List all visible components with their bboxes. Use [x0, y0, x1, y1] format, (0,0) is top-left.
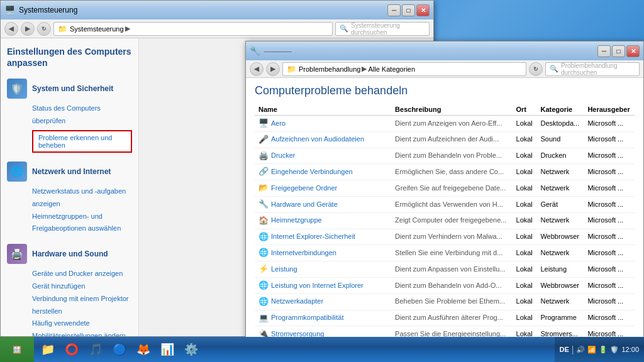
hardware-section-header[interactable]: 🖨️ Hardware und Sound — [7, 244, 132, 264]
network-section-header[interactable]: 🌐 Netzwerk und Internet — [7, 162, 132, 182]
taskbar-clock[interactable]: 12:00 — [621, 345, 639, 354]
item-name-cell: 🔧 Hardware und Geräte — [255, 196, 391, 212]
problems-breadcrumb2[interactable]: Alle Kategorien — [368, 65, 415, 73]
refresh-button[interactable]: ↻ — [37, 22, 51, 36]
taskbar-icon-settings[interactable]: ⚙️ — [180, 338, 203, 361]
hardware-link-3[interactable]: Verbindung mit einem Projektor herstelle… — [32, 293, 132, 318]
taskbar-icon-speaker[interactable]: 🔊 — [576, 346, 585, 354]
hardware-section: 🖨️ Hardware und Sound Geräte und Drucker… — [7, 244, 132, 336]
problems-maximize-button[interactable]: □ — [612, 45, 625, 57]
taskbar-icon-security[interactable]: 🛡️ — [610, 346, 619, 354]
item-name-cell: 🎤 Aufzeichnen von Audiodateien — [255, 131, 391, 148]
main-search-box[interactable]: 🔍 Systemsteuerung durchsuchen — [335, 22, 430, 36]
network-link-2[interactable]: Heimnetzgruppen- und Freigabeoptionen au… — [32, 211, 132, 236]
problems-minimize-button[interactable]: ─ — [597, 45, 611, 57]
problems-search-box[interactable]: 🔍 Problembehandlung durchsuchen — [545, 62, 640, 76]
item-name-link[interactable]: 🌐 Internet Explorer-Sicherheit — [258, 231, 387, 244]
back-button[interactable]: ◀ — [4, 22, 18, 36]
item-name-link[interactable]: 🌐 Internetverbindungen — [258, 246, 387, 260]
item-desc: Ermöglichen Sie, dass andere Co... — [391, 164, 512, 180]
problems-address-bar[interactable]: 📁 Problembehandlung ▶ Alle Kategorien — [282, 62, 526, 76]
item-ort: Lokal — [513, 196, 537, 212]
start-button[interactable]: 🪟 — [0, 337, 34, 362]
main-window-icon: 🖥️ — [4, 5, 15, 15]
hardware-section-links: Geräte und Drucker anzeigen Gerät hinzuf… — [7, 268, 132, 336]
table-row: 💻 Programmkompatibilität Dient zum Ausfü… — [255, 310, 635, 326]
item-name-link[interactable]: 🔧 Hardware und Geräte — [258, 198, 387, 211]
problems-refresh-button[interactable]: ↻ — [529, 62, 543, 76]
item-pub: Microsoft ... — [584, 148, 635, 164]
network-link-1[interactable]: Netzwerkstatus und -aufgaben anzeigen — [32, 185, 132, 211]
problems-search-icon: 🔍 — [550, 65, 558, 73]
item-icon: 🔧 — [258, 198, 269, 211]
taskbar-icon-battery[interactable]: 🔋 — [599, 346, 608, 354]
hardware-link-4[interactable]: Häufig verwendete Mobilitätseinstellunge… — [32, 317, 132, 336]
taskbar-icon-explorer[interactable]: 📁 — [36, 338, 59, 361]
item-name-link[interactable]: 🔗 Eingehende Verbindungen — [258, 165, 387, 178]
problems-highlight-link[interactable]: Probleme erkennen und beheben — [32, 130, 132, 153]
problems-forward-button[interactable]: ▶ — [266, 62, 280, 76]
table-row: 🏠 Heimnetzgruppe Zeigt Computer oder fre… — [255, 212, 635, 229]
item-name-cell: 🖨️ Drucker — [255, 148, 391, 164]
item-kat: Programme — [536, 310, 584, 326]
taskbar-icon-monitor[interactable]: 📊 — [156, 338, 179, 361]
item-name-link[interactable]: 🖨️ Drucker — [258, 150, 387, 163]
item-name-link[interactable]: 💻 Programmkompatibilität — [258, 312, 387, 325]
item-kat: Drucken — [536, 148, 584, 164]
item-ort: Lokal — [513, 212, 537, 229]
item-name-link[interactable]: 📂 Freigegebene Ordner — [258, 182, 387, 195]
col-desc[interactable]: Beschreibung — [391, 104, 512, 116]
table-row: 🖨️ Drucker Dient zum Behandeln von Probl… — [255, 148, 635, 164]
item-pub: Microsoft ... — [584, 196, 635, 212]
item-kat: Netzwerk — [536, 245, 584, 261]
item-kat: Leistung — [536, 261, 584, 278]
item-ort: Lokal — [513, 293, 537, 310]
item-icon: 🏠 — [258, 214, 269, 228]
start-orb: 🪟 — [13, 346, 21, 354]
col-pub[interactable]: Herausgeber — [584, 104, 635, 116]
item-name-cell: 🌐 Internet Explorer-Sicherheit — [255, 229, 391, 245]
system-link-1[interactable]: Status des Computers überprüfen — [32, 102, 132, 128]
forward-button[interactable]: ▶ — [21, 22, 35, 36]
taskbar-icon-chrome[interactable]: 🔵 — [108, 338, 131, 361]
taskbar-separator: | — [572, 344, 574, 354]
item-name-link[interactable]: 🌐 Netzwerkadapter — [258, 295, 387, 309]
problems-close-button[interactable]: ✕ — [626, 45, 640, 57]
item-desc: Dient zum Anpassen von Einstellu... — [391, 261, 512, 278]
taskbar-icon-network[interactable]: 📶 — [587, 346, 596, 354]
item-name-link[interactable]: 🖥️ Aero — [258, 117, 387, 130]
item-desc: Dient zum Behandeln von Proble... — [391, 148, 512, 164]
network-section: 🌐 Netzwerk und Internet Netzwerkstatus u… — [7, 162, 132, 235]
item-desc: Dient zum Aufzeichnen der Audi... — [391, 131, 512, 148]
item-name-link[interactable]: ⚡ Leistung — [258, 263, 387, 276]
item-ort: Lokal — [513, 148, 537, 164]
breadcrumb-sep-1: ▶ — [362, 65, 367, 73]
problems-link-text: Probleme erkennen und beheben — [38, 134, 112, 149]
col-name[interactable]: Name — [255, 104, 391, 116]
item-kat: Webbrowser — [536, 277, 584, 293]
item-desc: Greifen Sie auf freigegebene Date... — [391, 180, 512, 197]
item-ort: Lokal — [513, 164, 537, 180]
problems-table: Name Beschreibung Ort Kategorie Herausge… — [255, 104, 635, 354]
panel-title: Einstellungen des Computers anpassen — [7, 46, 132, 69]
item-name-link[interactable]: 🏠 Heimnetzgruppe — [258, 214, 387, 228]
system-section-header[interactable]: 🛡️ System und Sicherheit — [7, 79, 132, 99]
item-pub: Microsoft ... — [584, 293, 635, 310]
taskbar-icon-wmp[interactable]: 🎵 — [84, 338, 107, 361]
maximize-button[interactable]: □ — [402, 4, 415, 16]
item-name-link[interactable]: 🎤 Aufzeichnen von Audiodateien — [258, 133, 387, 146]
minimize-button[interactable]: ─ — [387, 4, 401, 16]
problems-breadcrumb1[interactable]: Problembehandlung — [299, 65, 360, 73]
hardware-link-1[interactable]: Geräte und Drucker anzeigen — [32, 268, 132, 280]
hardware-link-2[interactable]: Gerät hinzufügen — [32, 280, 132, 293]
taskbar-icon-firefox[interactable]: 🦊 — [132, 338, 155, 361]
col-ort[interactable]: Ort — [513, 104, 537, 116]
item-pub: Microsoft ... — [584, 180, 635, 197]
col-kat[interactable]: Kategorie — [536, 104, 584, 116]
item-name-link[interactable]: 🌐 Leistung von Internet Explorer — [258, 279, 387, 292]
taskbar-icon-ie[interactable]: ⭕ — [60, 338, 83, 361]
close-button[interactable]: ✕ — [416, 4, 430, 16]
problems-toolbar: ◀ ▶ 📁 Problembehandlung ▶ Alle Kategorie… — [246, 60, 643, 78]
problems-back-button[interactable]: ◀ — [250, 62, 264, 76]
address-bar[interactable]: 📁 Systemsteuerung ▶ — [53, 22, 333, 36]
